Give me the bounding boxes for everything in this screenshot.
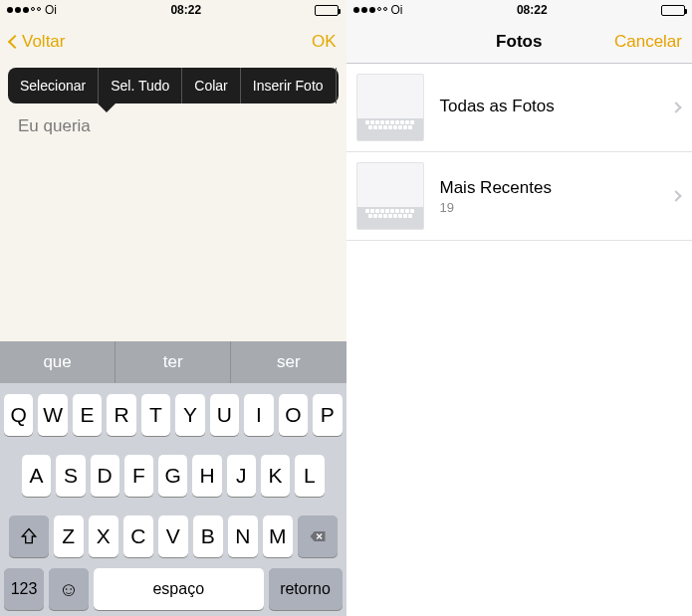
key-g[interactable]: G [158,455,187,497]
key-row-2: A S D F G H J K L [4,455,343,497]
nav-title: Fotos [496,32,542,52]
key-v[interactable]: V [158,515,188,557]
emoji-icon: ☺ [59,578,79,601]
key-rows: Q W E R T Y U I O P A S D F G H J K L [0,383,346,568]
numbers-key[interactable]: 123 [4,568,44,610]
key-o[interactable]: O [279,394,308,436]
key-m[interactable]: M [263,515,293,557]
signal-icon [7,7,41,13]
key-t[interactable]: T [141,394,170,436]
key-z[interactable]: Z [54,515,84,557]
space-key[interactable]: espaço [94,568,264,610]
ok-button[interactable]: OK [312,32,337,52]
carrier-label: Oi [391,3,403,17]
carrier-label: Oi [45,3,57,17]
key-s[interactable]: S [56,455,85,497]
key-p[interactable]: P [313,394,342,436]
album-thumbnail [356,162,424,230]
status-bar: Oi 08:22 [346,0,693,20]
battery-icon [661,5,685,16]
key-l[interactable]: L [295,455,324,497]
status-right [661,5,685,16]
chevron-left-icon [8,35,22,49]
key-x[interactable]: X [89,515,118,557]
suggestion-1[interactable]: que [0,341,115,383]
status-left: Oi [7,3,57,17]
key-h[interactable]: H [192,455,221,497]
emoji-key[interactable]: ☺ [49,568,89,610]
status-right [315,5,339,16]
shift-key[interactable] [9,515,49,557]
album-title: Todas as Fotos [440,97,673,116]
suggestion-row: que ter ser [0,341,346,383]
nav-bar: Fotos Cancelar [346,20,693,64]
backspace-key[interactable] [298,515,338,557]
key-q[interactable]: Q [4,394,33,436]
key-f[interactable]: F [124,455,153,497]
chevron-right-icon [670,190,681,201]
phone-notes: Oi 08:22 Voltar OK Selecionar Sel. Tudo … [0,0,346,616]
key-i[interactable]: I [244,394,273,436]
album-row-all[interactable]: Todas as Fotos [346,64,693,152]
suggestion-3[interactable]: ser [231,341,346,383]
suggestion-2[interactable]: ter [115,341,231,383]
album-info: Todas as Fotos [424,97,673,118]
key-c[interactable]: C [123,515,153,557]
chevron-right-icon [670,102,681,112]
context-menu-arrow-icon [98,103,115,112]
back-label: Voltar [22,32,65,52]
key-u[interactable]: U [210,394,239,436]
battery-icon [315,5,339,16]
key-k[interactable]: K [261,455,290,497]
key-b[interactable]: B [193,515,223,557]
backspace-icon [308,526,328,546]
album-count: 19 [440,200,673,215]
keyboard-bottom-row: 123 ☺ espaço retorno [0,568,346,616]
status-left: Oi [353,3,403,17]
ctx-select[interactable]: Selecionar [8,68,99,103]
album-list: Todas as Fotos Mais Recentes 19 [346,64,693,241]
status-bar: Oi 08:22 [0,0,346,20]
key-a[interactable]: A [22,455,51,497]
ctx-select-all[interactable]: Sel. Tudo [99,68,182,103]
key-row-3: Z X C V B N M [4,515,343,557]
nav-bar: Voltar OK [0,20,346,64]
key-n[interactable]: N [228,515,258,557]
key-r[interactable]: R [107,394,135,436]
shift-icon [19,526,39,546]
key-d[interactable]: D [91,455,119,497]
album-title: Mais Recentes [440,178,673,198]
back-button[interactable]: Voltar [10,32,65,52]
signal-icon [353,7,387,13]
ctx-insert-photo[interactable]: Inserir Foto [241,68,337,103]
key-e[interactable]: E [73,394,102,436]
status-time: 08:22 [517,3,548,17]
ctx-paste[interactable]: Colar [182,68,240,103]
key-w[interactable]: W [38,394,67,436]
key-row-1: Q W E R T Y U I O P [4,394,343,436]
album-row-recent[interactable]: Mais Recentes 19 [346,152,693,241]
note-text[interactable]: Eu queria [18,116,91,136]
album-thumbnail [356,74,424,141]
album-info: Mais Recentes 19 [424,178,673,215]
key-j[interactable]: J [227,455,256,497]
return-key[interactable]: retorno [269,568,343,610]
phone-photos: Oi 08:22 Fotos Cancelar Todas as Fotos [346,0,693,616]
keyboard: que ter ser Q W E R T Y U I O P A S D F [0,341,346,616]
context-menu: Selecionar Sel. Tudo Colar Inserir Foto [8,68,339,103]
key-y[interactable]: Y [175,394,204,436]
cancel-button[interactable]: Cancelar [614,32,682,52]
status-time: 08:22 [170,3,201,17]
